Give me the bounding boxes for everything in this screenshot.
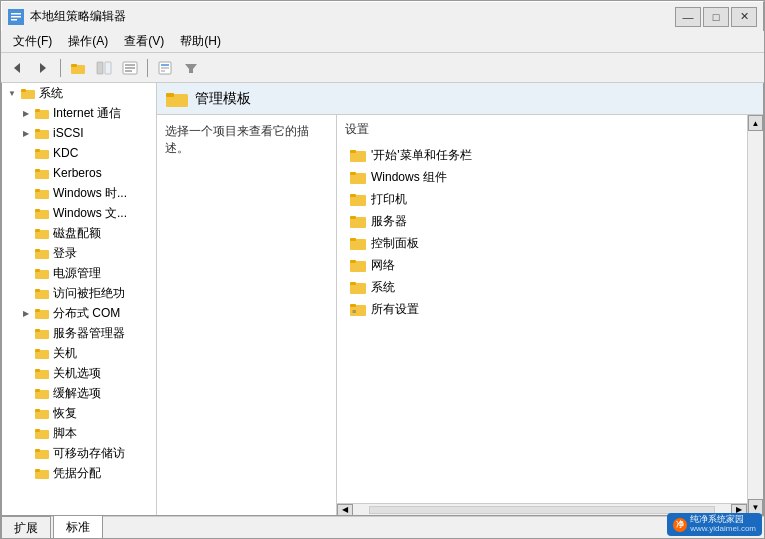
title-bar-left: 本地组策略编辑器 [8, 8, 126, 25]
list-item-printer[interactable]: 打印机 [345, 188, 739, 210]
minimize-button[interactable]: — [675, 7, 701, 27]
folder-button[interactable] [66, 57, 90, 79]
svg-rect-22 [35, 109, 40, 112]
watermark-url: www.yidaimei.com [690, 525, 756, 534]
svg-rect-50 [35, 389, 40, 392]
list-folder-icon-start [349, 147, 367, 163]
sidebar-label-iscsi: iSCSI [53, 126, 84, 140]
right-description: 选择一个项目来查看它的描述。 [157, 115, 337, 515]
sidebar-item-power[interactable]: ▶ 电源管理 [2, 263, 156, 283]
back-button[interactable] [5, 57, 29, 79]
right-pane-title: 管理模板 [195, 90, 251, 108]
menu-help[interactable]: 帮助(H) [172, 31, 229, 52]
folder-icon-power [34, 266, 50, 280]
sidebar-label-rec: 缓解选项 [53, 385, 101, 402]
main-container: ▼ 系统 ▶ Internet 通信 [1, 83, 764, 516]
list-item-network[interactable]: 网络 [345, 254, 739, 276]
window-title: 本地组策略编辑器 [30, 8, 126, 25]
svg-rect-2 [11, 16, 21, 18]
sidebar-label-res: 恢复 [53, 405, 77, 422]
sidebar-item-access[interactable]: ▶ 访问被拒绝功 [2, 283, 156, 303]
sidebar-item-restore[interactable]: ▶ 恢复 [2, 403, 156, 423]
svg-rect-62 [350, 150, 356, 153]
folder-icon-rem [34, 446, 50, 460]
list-item-control-panel[interactable]: 控制面板 [345, 232, 739, 254]
sidebar: ▼ 系统 ▶ Internet 通信 [2, 83, 157, 515]
svg-rect-28 [35, 169, 40, 172]
list-folder-icon-all: ≡ [349, 301, 367, 317]
right-content: 选择一个项目来查看它的描述。 设置 [157, 115, 763, 515]
list-item-system[interactable]: 系统 [345, 276, 739, 298]
tab-standard[interactable]: 标准 [53, 515, 103, 539]
expand-arrow-internet: ▶ [20, 107, 32, 119]
folder-icon-disk [34, 226, 50, 240]
sidebar-item-system[interactable]: ▼ 系统 [2, 83, 156, 103]
sidebar-item-recovery[interactable]: ▶ 缓解选项 [2, 383, 156, 403]
svg-rect-24 [35, 129, 40, 132]
list-label-cp: 控制面板 [371, 235, 419, 252]
svg-rect-46 [35, 349, 40, 352]
sidebar-item-internet[interactable]: ▶ Internet 通信 [2, 103, 156, 123]
sidebar-item-dcom[interactable]: ▶ 分布式 COM [2, 303, 156, 323]
list-folder-icon-wincomp [349, 169, 367, 185]
sidebar-item-shutdown-opts[interactable]: ▶ 关机选项 [2, 363, 156, 383]
sidebar-label-kdc: KDC [53, 146, 78, 160]
sidebar-item-iscsi[interactable]: ▶ iSCSI [2, 123, 156, 143]
list-item-all-settings[interactable]: ≡ 所有设置 [345, 298, 739, 320]
svg-rect-68 [350, 216, 356, 219]
menu-file[interactable]: 文件(F) [5, 31, 60, 52]
forward-button[interactable] [31, 57, 55, 79]
sidebar-item-servermgr[interactable]: ▶ 服务器管理器 [2, 323, 156, 343]
sidebar-item-disk-quota[interactable]: ▶ 磁盘配额 [2, 223, 156, 243]
list-item-start-menu[interactable]: '开始'菜单和任务栏 [345, 144, 739, 166]
filter-button[interactable] [179, 57, 203, 79]
list-item-server[interactable]: 服务器 [345, 210, 739, 232]
tab-expand[interactable]: 扩展 [1, 516, 51, 539]
right-pane-header: 管理模板 [157, 83, 763, 115]
right-scrollbar[interactable]: ▲ ▼ [747, 115, 763, 515]
scroll-track[interactable] [369, 506, 715, 514]
sidebar-item-kerberos[interactable]: ▶ Kerberos [2, 163, 156, 183]
svg-rect-7 [71, 64, 77, 67]
menu-view[interactable]: 查看(V) [116, 31, 172, 52]
folder-icon-kerberos [34, 166, 50, 180]
sidebar-item-login[interactable]: ▶ 登录 [2, 243, 156, 263]
show-hide-button[interactable] [92, 57, 116, 79]
policy-button[interactable] [153, 57, 177, 79]
sidebar-item-windows-time[interactable]: ▶ Windows 时... [2, 183, 156, 203]
title-bar: 本地组策略编辑器 — □ ✕ [1, 1, 764, 31]
sync-button[interactable] [118, 57, 142, 79]
menu-action[interactable]: 操作(A) [60, 31, 116, 52]
svg-rect-20 [21, 89, 26, 92]
sidebar-label-login: 登录 [53, 245, 77, 262]
scroll-up-button[interactable]: ▲ [748, 115, 763, 131]
list-folder-icon-printer [349, 191, 367, 207]
maximize-button[interactable]: □ [703, 7, 729, 27]
sidebar-label-power: 电源管理 [53, 265, 101, 282]
sidebar-item-script[interactable]: ▶ 脚本 [2, 423, 156, 443]
sidebar-item-windows-doc[interactable]: ▶ Windows 文... [2, 203, 156, 223]
list-item-windows-components[interactable]: Windows 组件 [345, 166, 739, 188]
main-window: 本地组策略编辑器 — □ ✕ 文件(F) 操作(A) 查看(V) 帮助(H) [0, 0, 765, 539]
scroll-thumb-area [748, 131, 763, 499]
status-bar: 扩展 标准 [1, 516, 764, 539]
svg-marker-4 [14, 63, 20, 73]
svg-rect-70 [350, 238, 356, 241]
svg-text:≡: ≡ [352, 308, 356, 315]
svg-rect-76 [350, 304, 356, 307]
sidebar-item-shutdown[interactable]: ▶ 关机 [2, 343, 156, 363]
list-label-start-menu: '开始'菜单和任务栏 [371, 147, 472, 164]
sidebar-label-kerberos: Kerberos [53, 166, 102, 180]
svg-rect-72 [350, 260, 356, 263]
sidebar-item-kdc[interactable]: ▶ KDC [2, 143, 156, 163]
sidebar-label-scr: 脚本 [53, 425, 77, 442]
folder-icon-internet [34, 106, 50, 120]
sidebar-label-rem: 可移动存储访 [53, 445, 125, 462]
list-folder-icon-cp [349, 235, 367, 251]
expand-arrow-system: ▼ [6, 87, 18, 99]
sidebar-item-credentials[interactable]: ▶ 凭据分配 [2, 463, 156, 483]
scroll-left-button[interactable]: ◀ [337, 504, 353, 516]
sidebar-item-removable[interactable]: ▶ 可移动存储访 [2, 443, 156, 463]
svg-rect-56 [35, 449, 40, 452]
close-button[interactable]: ✕ [731, 7, 757, 27]
